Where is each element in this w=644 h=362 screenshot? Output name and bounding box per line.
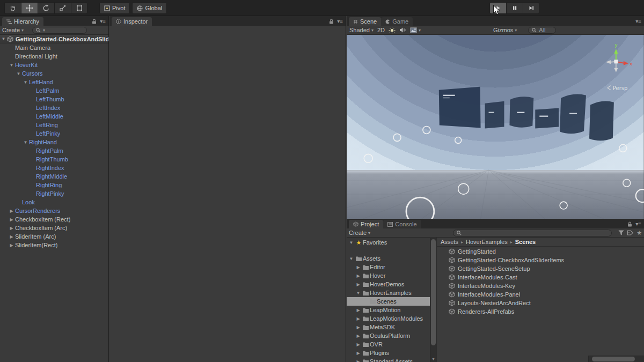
hierarchy-item[interactable]: RightMiddle [0, 172, 108, 181]
hierarchy-item[interactable]: LeftPalm [0, 86, 108, 95]
scene-effects-dropdown[interactable]: ▾ [410, 27, 421, 33]
scene-lighting-icon[interactable] [389, 27, 396, 34]
foldout-arrow[interactable]: ▶ [8, 209, 15, 213]
foldout-arrow[interactable]: ▶ [8, 226, 15, 231]
asset-list-item[interactable]: Renderers-AllPrefabs [437, 307, 644, 316]
scroll-down-arrow[interactable]: ▼ [430, 356, 436, 362]
hand-tool-button[interactable] [4, 2, 21, 14]
hierarchy-item[interactable]: ▼HoverKit [0, 61, 108, 69]
file-list-hscrollbar[interactable] [588, 356, 644, 362]
asset-list-item[interactable]: Layouts-NestedArcAndRect [437, 299, 644, 307]
tab-console[interactable]: Console [383, 220, 421, 228]
asset-list-item[interactable]: GettingStarted [437, 247, 644, 256]
search-by-label-icon[interactable] [627, 230, 633, 235]
gizmos-dropdown[interactable]: Gizmos ▾ [493, 27, 517, 33]
foldout-arrow[interactable]: ▼ [348, 240, 355, 245]
scene-canvas[interactable]: y x Persp [347, 35, 644, 219]
hierarchy-item[interactable]: ▼RightHand [0, 138, 108, 146]
folder-tree-item[interactable]: ▶Editor [347, 263, 430, 271]
lock-icon[interactable] [627, 221, 632, 227]
foldout-arrow[interactable]: ▶ [355, 325, 362, 330]
hierarchy-item[interactable]: LeftPinky [0, 129, 108, 138]
tab-hierarchy[interactable]: Hierarchy [2, 17, 43, 26]
hierarchy-item[interactable]: RightRing [0, 181, 108, 189]
shading-mode-dropdown[interactable]: Shaded ▾ [349, 27, 374, 33]
panel-menu-icon[interactable]: ▾≡ [337, 18, 343, 24]
hierarchy-item[interactable]: Look [0, 198, 108, 206]
foldout-arrow[interactable]: ▶ [355, 359, 362, 362]
folder-tree-item[interactable]: ▶Hover [347, 271, 430, 280]
panel-menu-icon[interactable]: ▾≡ [635, 221, 641, 227]
foldout-arrow[interactable]: ▶ [355, 351, 362, 356]
panel-menu-icon[interactable]: ▾≡ [100, 18, 106, 24]
hierarchy-item[interactable]: RightIndex [0, 164, 108, 172]
foldout-arrow[interactable]: ▼ [22, 140, 29, 145]
tab-game[interactable]: Game [381, 17, 413, 26]
pause-button[interactable] [506, 2, 523, 14]
foldout-arrow[interactable]: ▶ [355, 334, 362, 338]
foldout-arrow[interactable]: ▼ [8, 63, 15, 68]
panel-menu-icon[interactable]: ▾≡ [635, 18, 641, 24]
foldout-arrow[interactable]: ▶ [355, 308, 362, 313]
folder-tree-item[interactable]: ▶MetaSDK [347, 323, 430, 331]
foldout-arrow[interactable]: ▼ [22, 80, 29, 85]
hierarchy-search-input[interactable]: ▾ [32, 27, 87, 34]
scene-header-row[interactable]: ▼ GettingStarted-CheckboxAndSliderItems [0, 35, 108, 43]
hierarchy-item[interactable]: Main Camera [0, 43, 108, 52]
breadcrumb-item[interactable]: Scenes [515, 239, 536, 245]
hierarchy-item[interactable]: LeftIndex [0, 104, 108, 112]
foldout-arrow[interactable]: ▼ [0, 36, 7, 41]
foldout-arrow[interactable]: ▼ [15, 71, 22, 76]
folder-tree-item[interactable]: ▶LeapMotionModules [347, 314, 430, 323]
scrollbar-thumb[interactable] [431, 239, 436, 345]
rect-tool-button[interactable] [71, 2, 87, 14]
folder-tree-item[interactable]: ▶Standard Assets [347, 357, 430, 362]
foldout-arrow[interactable]: ▼ [355, 291, 362, 295]
foldout-arrow[interactable]: ▶ [355, 265, 362, 270]
lock-icon[interactable] [329, 19, 334, 24]
search-by-type-icon[interactable] [618, 230, 624, 235]
hierarchy-item[interactable]: ▼Cursors [0, 69, 108, 78]
hierarchy-item[interactable]: LeftRing [0, 121, 108, 129]
tab-inspector[interactable]: Inspector [112, 17, 152, 26]
scene-viewport[interactable]: y x Persp [347, 35, 644, 219]
project-create-button[interactable]: Create ▾ [349, 230, 370, 236]
breadcrumb-item[interactable]: Assets [441, 239, 458, 245]
folder-tree-item[interactable]: Scenes [347, 297, 430, 306]
foldout-arrow[interactable]: ▶ [8, 243, 15, 248]
folder-tree-item[interactable]: ▼Assets [347, 254, 430, 263]
hierarchy-item[interactable]: RightPalm [0, 146, 108, 155]
hierarchy-item[interactable]: ▶CheckboxItem (Arc) [0, 224, 108, 232]
breadcrumb-item[interactable]: HoverExamples [466, 239, 508, 245]
folder-tree-item[interactable]: ▶LeapMotion [347, 306, 430, 314]
foldout-arrow[interactable]: ▶ [355, 316, 362, 321]
folder-tree-item[interactable]: ▼HoverExamples [347, 289, 430, 297]
rotate-tool-button[interactable] [38, 2, 54, 14]
hierarchy-item[interactable]: Directional Light [0, 52, 108, 61]
foldout-arrow[interactable]: ▶ [8, 234, 15, 239]
asset-list-item[interactable]: InterfaceModules-Panel [437, 290, 644, 299]
hierarchy-item[interactable]: ▶CursorRenderers [0, 206, 108, 215]
2d-toggle-button[interactable]: 2D [377, 27, 385, 33]
hierarchy-item[interactable]: ▼LeftHand [0, 78, 108, 86]
foldout-arrow[interactable]: ▼ [348, 256, 355, 261]
scene-search-input[interactable]: All [528, 27, 556, 34]
tab-scene[interactable]: Scene [349, 17, 381, 26]
folder-tree-item[interactable]: ▶OVR [347, 340, 430, 349]
scale-tool-button[interactable] [54, 2, 71, 14]
project-tree-scrollbar[interactable]: ▼ [430, 238, 436, 362]
hierarchy-create-button[interactable]: Create ▾ [2, 27, 24, 33]
project-search-input[interactable] [453, 230, 612, 237]
scrollbar-thumb[interactable] [592, 357, 635, 361]
foldout-arrow[interactable]: ▶ [8, 217, 15, 222]
step-button[interactable] [523, 2, 539, 14]
hierarchy-item[interactable]: ▶SliderItem (Arc) [0, 232, 108, 241]
asset-list-item[interactable]: InterfaceModules-Key [437, 282, 644, 290]
foldout-arrow[interactable]: ▶ [355, 282, 362, 287]
scene-audio-icon[interactable] [399, 27, 406, 33]
asset-list-item[interactable]: GettingStarted-SceneSetup [437, 264, 644, 273]
asset-list-item[interactable]: InterfaceModules-Cast [437, 273, 644, 282]
pivot-toggle-button[interactable]: Pivot [99, 2, 130, 14]
hierarchy-item[interactable]: LeftThumb [0, 95, 108, 104]
hierarchy-item[interactable]: RightPinky [0, 189, 108, 198]
